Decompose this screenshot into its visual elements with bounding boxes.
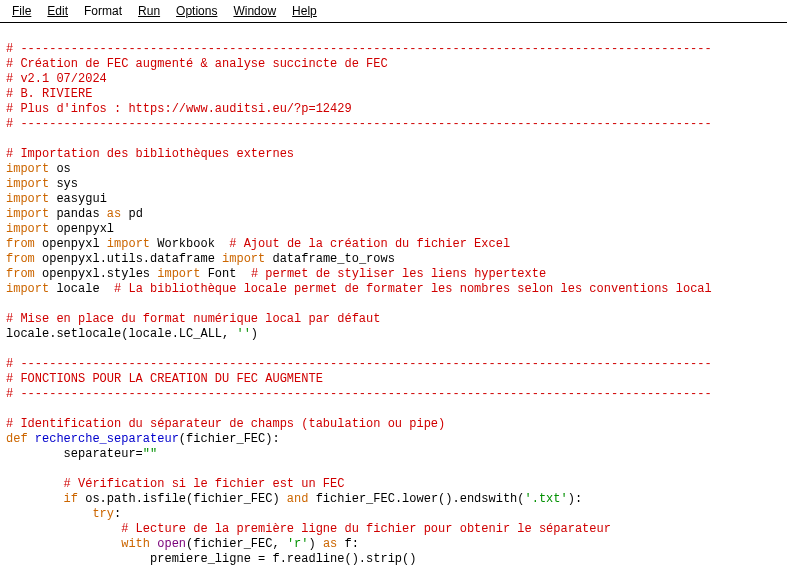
keyword-import: import: [157, 267, 200, 281]
name: dataframe_to_rows: [272, 252, 394, 266]
comment: # Identification du séparateur de champs…: [6, 417, 445, 431]
menu-help-label: Help: [292, 4, 317, 18]
module: easygui: [56, 192, 106, 206]
menu-run[interactable]: Run: [130, 2, 168, 20]
keyword-and: and: [287, 492, 309, 506]
keyword-with: with: [121, 537, 150, 551]
module: locale: [56, 282, 99, 296]
string: "": [143, 447, 157, 461]
comment: # Importation des bibliothèques externes: [6, 147, 294, 161]
keyword-as: as: [323, 537, 337, 551]
code: ):: [568, 492, 582, 506]
menu-format[interactable]: Format: [76, 2, 130, 20]
code: locale.setlocale(locale.LC_ALL,: [6, 327, 236, 341]
keyword-import: import: [6, 162, 49, 176]
menu-edit-label: Edit: [47, 4, 68, 18]
comment: # permet de styliser les liens hypertext…: [251, 267, 546, 281]
module: sys: [56, 177, 78, 191]
keyword-from: from: [6, 237, 35, 251]
keyword-import: import: [6, 222, 49, 236]
string: 'r': [287, 537, 309, 551]
comment: # FONCTIONS POUR LA CREATION DU FEC AUGM…: [6, 372, 323, 386]
comment: # v2.1 07/2024: [6, 72, 107, 86]
module: pandas: [56, 207, 99, 221]
comment: # Vérification si le fichier est un FEC: [64, 477, 345, 491]
name: Workbook: [157, 237, 215, 251]
code: ): [308, 537, 322, 551]
keyword-import: import: [6, 282, 49, 296]
module: os: [56, 162, 70, 176]
code: (fichier_FEC,: [186, 537, 287, 551]
menu-options[interactable]: Options: [168, 2, 225, 20]
menu-file[interactable]: File: [4, 2, 39, 20]
menu-format-label: Format: [84, 4, 122, 18]
string: '': [236, 327, 250, 341]
menu-run-label: Run: [138, 4, 160, 18]
code: ): [251, 327, 258, 341]
code: premiere_ligne = f.readline().strip(): [150, 552, 416, 566]
keyword-import: import: [6, 177, 49, 191]
menu-bar: File Edit Format Run Options Window Help: [0, 0, 787, 23]
menu-window-label: Window: [233, 4, 276, 18]
module: openpyxl.utils.dataframe: [42, 252, 215, 266]
comment: # --------------------------------------…: [6, 42, 712, 56]
keyword-from: from: [6, 267, 35, 281]
comment: # B. RIVIERE: [6, 87, 92, 101]
keyword-def: def: [6, 432, 28, 446]
keyword-import: import: [222, 252, 265, 266]
menu-window[interactable]: Window: [225, 2, 284, 20]
keyword-if: if: [64, 492, 78, 506]
function-name: recherche_separateur: [35, 432, 179, 446]
keyword-import: import: [6, 192, 49, 206]
keyword-from: from: [6, 252, 35, 266]
comment: # --------------------------------------…: [6, 387, 712, 401]
alias: pd: [128, 207, 142, 221]
module: openpyxl: [42, 237, 100, 251]
comment: # Lecture de la première ligne du fichie…: [121, 522, 611, 536]
code: f:: [345, 537, 359, 551]
code: fichier_FEC.lower().endswith(: [316, 492, 525, 506]
comment: # --------------------------------------…: [6, 117, 712, 131]
code: separateur=: [64, 447, 143, 461]
string: '.txt': [525, 492, 568, 506]
keyword-import: import: [6, 207, 49, 221]
builtin: open: [157, 537, 186, 551]
module: openpyxl.styles: [42, 267, 150, 281]
params: (fichier_FEC):: [179, 432, 280, 446]
module: openpyxl: [56, 222, 114, 236]
menu-help[interactable]: Help: [284, 2, 325, 20]
code: os.path.isfile(fichier_FEC): [85, 492, 287, 506]
keyword-import: import: [107, 237, 150, 251]
colon: :: [114, 507, 121, 521]
menu-file-label: File: [12, 4, 31, 18]
keyword-as: as: [107, 207, 121, 221]
code-editor[interactable]: # --------------------------------------…: [0, 23, 787, 571]
comment: # Création de FEC augmenté & analyse suc…: [6, 57, 388, 71]
comment: # Ajout de la création du fichier Excel: [229, 237, 510, 251]
comment: # --------------------------------------…: [6, 357, 712, 371]
comment: # Plus d'infos : https://www.auditsi.eu/…: [6, 102, 352, 116]
comment: # Mise en place du format numérique loca…: [6, 312, 380, 326]
comment: # La bibliothèque locale permet de forma…: [114, 282, 712, 296]
menu-options-label: Options: [176, 4, 217, 18]
menu-edit[interactable]: Edit: [39, 2, 76, 20]
keyword-try: try: [92, 507, 114, 521]
name: Font: [208, 267, 237, 281]
